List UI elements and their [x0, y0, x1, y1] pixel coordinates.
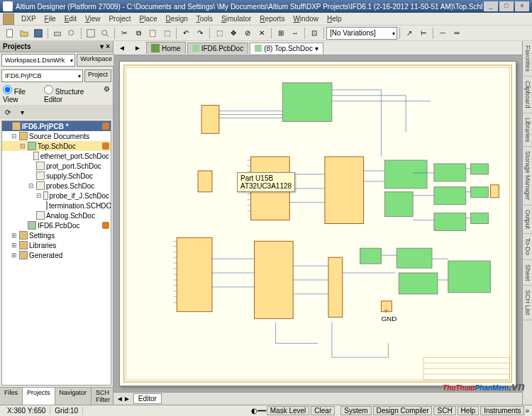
- vtab-todo[interactable]: To-Do: [523, 234, 532, 260]
- splitter-icon[interactable]: ◄►: [116, 395, 131, 403]
- zoom-fit-button[interactable]: [84, 27, 97, 40]
- open-button[interactable]: [18, 27, 31, 40]
- tree-refresh-icon[interactable]: ⟳: [2, 106, 13, 118]
- tree-libs[interactable]: Libraries: [29, 242, 56, 249]
- menu-project[interactable]: Project: [104, 15, 135, 23]
- tab-topsch[interactable]: (8) Top.SchDoc▾: [250, 43, 323, 54]
- new-button[interactable]: [4, 27, 16, 40]
- tab-home[interactable]: Home: [146, 42, 186, 54]
- menu-edit[interactable]: Edit: [60, 15, 81, 23]
- menu-view[interactable]: View: [81, 15, 105, 23]
- arrow-button[interactable]: ↗: [403, 27, 416, 40]
- tab-navigator[interactable]: Navigator: [55, 388, 92, 405]
- cut-button[interactable]: ✂: [118, 27, 131, 40]
- net-button[interactable]: ⊢: [417, 27, 430, 40]
- nav-fwd-icon[interactable]: ►: [131, 42, 144, 55]
- menu-file[interactable]: File: [40, 15, 60, 23]
- vtab-schlist[interactable]: SCH List: [523, 286, 532, 320]
- tree-options-icon[interactable]: ▾: [16, 106, 28, 118]
- tree-src[interactable]: Source Documents: [29, 133, 89, 140]
- menu-help[interactable]: Help: [323, 15, 346, 23]
- vtab-sheet[interactable]: Sheet: [523, 260, 532, 286]
- panel-close-icon[interactable]: ▾ ×: [100, 43, 110, 50]
- menu-window[interactable]: Window: [289, 15, 323, 23]
- paste-button[interactable]: 📋: [146, 27, 159, 40]
- clear-button[interactable]: ✕: [255, 27, 268, 40]
- mask-slider-icon[interactable]: ◐━━: [251, 407, 266, 415]
- vtab-clipboard[interactable]: Clipboard: [523, 77, 532, 113]
- deselect-button[interactable]: ⊘: [241, 27, 254, 40]
- workspace-combo[interactable]: Workspace1.DsnWrk: [1, 54, 75, 67]
- vtab-libraries[interactable]: Libraries: [523, 113, 532, 147]
- tree-eth[interactable]: ethernet_port.SchDoc: [40, 152, 109, 160]
- tree-term[interactable]: termination.SCHDOC: [49, 202, 111, 210]
- mask-level-button[interactable]: Mask Level: [267, 406, 310, 415]
- hierarchy-button[interactable]: ⊞: [275, 27, 287, 40]
- status-corner-icon[interactable]: »: [525, 407, 529, 415]
- status-instruments[interactable]: Instruments: [480, 406, 524, 415]
- menu-place[interactable]: Place: [135, 15, 162, 23]
- bus-button[interactable]: ═: [450, 27, 463, 40]
- zoom-button[interactable]: [99, 27, 111, 40]
- workspace-button[interactable]: Workspace: [77, 54, 116, 67]
- vtab-storage[interactable]: Storage Manager: [523, 147, 532, 206]
- status-help[interactable]: Help: [458, 406, 480, 415]
- tab-pcbdoc[interactable]: IFD6.PcbDoc: [187, 43, 248, 54]
- select-button[interactable]: ⬚: [213, 27, 226, 40]
- tree-analog[interactable]: Analog.SchDoc: [46, 212, 95, 220]
- tree-toolbar: ⟳ ▾: [0, 105, 113, 119]
- schematic-sheet[interactable]: GND Part U15B AT32UC3A1128: [119, 61, 516, 386]
- project-button[interactable]: Project: [84, 69, 111, 82]
- wire-button[interactable]: ─: [436, 27, 449, 40]
- schematic-canvas[interactable]: GND Part U15B AT32UC3A1128: [113, 55, 522, 392]
- nav-back-icon[interactable]: ◄: [116, 42, 128, 55]
- undo-button[interactable]: ↶: [179, 27, 192, 40]
- save-button[interactable]: [32, 27, 45, 40]
- menu-simulator[interactable]: Simulator: [217, 15, 255, 23]
- cross-button[interactable]: ↔: [289, 27, 301, 40]
- variations-combo[interactable]: [No Variations]: [326, 27, 397, 40]
- copy-button[interactable]: ⧉: [132, 27, 145, 40]
- tab-files[interactable]: Files: [0, 388, 23, 405]
- tree-supply[interactable]: supply.SchDoc: [46, 172, 93, 180]
- status-sch[interactable]: SCH: [433, 406, 455, 415]
- tree-settings[interactable]: Settings: [29, 232, 55, 240]
- menu-tools[interactable]: Tools: [192, 15, 217, 23]
- status-xy: X:360 Y:650: [3, 407, 50, 415]
- minimize-button[interactable]: _: [484, 1, 498, 11]
- preview-button[interactable]: [65, 27, 78, 40]
- project-combo[interactable]: IFD6.PrjPCB: [1, 69, 83, 82]
- vtab-favorites[interactable]: Favorites: [523, 41, 532, 77]
- tab-schfilter[interactable]: SCH Filter: [92, 388, 115, 405]
- close-button[interactable]: ×: [515, 1, 529, 11]
- menu-reports[interactable]: Reports: [255, 15, 289, 23]
- tab-projects[interactable]: Projects: [23, 388, 55, 405]
- tree-probes[interactable]: probes.SchDoc: [46, 182, 94, 190]
- stamp-button[interactable]: ⬚: [160, 27, 173, 40]
- tree-probeif[interactable]: probe_if_J.SchDoc: [50, 192, 110, 200]
- tree-gen[interactable]: Generated: [29, 252, 62, 259]
- status-design[interactable]: Design Compiler: [373, 406, 433, 415]
- tree-top[interactable]: Top.SchDoc: [38, 142, 76, 150]
- project-tree[interactable]: ⊟IFD6.PrjPCB * ⊟Source Documents ⊟Top.Sc…: [1, 120, 111, 386]
- redo-button[interactable]: ↷: [194, 27, 206, 40]
- menu-dxp[interactable]: DXP: [17, 15, 40, 23]
- tree-pcb[interactable]: IFD6.PcbDoc: [38, 222, 79, 230]
- settings-icon[interactable]: ⚙: [104, 85, 110, 103]
- browse-button[interactable]: ⊡: [308, 27, 321, 40]
- tree-root[interactable]: IFD6.PrjPCB *: [22, 123, 69, 130]
- print-button[interactable]: [51, 27, 64, 40]
- tree-prot[interactable]: prot_port.SchDoc: [46, 162, 101, 170]
- clear-button[interactable]: Clear: [311, 406, 335, 415]
- fileview-radio[interactable]: File View: [3, 85, 38, 103]
- move-button[interactable]: ✥: [227, 27, 240, 40]
- vtab-output[interactable]: Output: [523, 206, 532, 234]
- status-system[interactable]: System: [340, 406, 371, 415]
- dxp-icon[interactable]: [3, 13, 14, 25]
- structure-radio[interactable]: Structure Editor: [44, 85, 98, 103]
- editor-tab[interactable]: Editor: [133, 393, 162, 404]
- menu-design[interactable]: Design: [162, 15, 192, 23]
- svg-rect-20: [434, 213, 466, 231]
- dropdown-icon[interactable]: ▾: [315, 45, 318, 52]
- maximize-button[interactable]: □: [499, 1, 514, 11]
